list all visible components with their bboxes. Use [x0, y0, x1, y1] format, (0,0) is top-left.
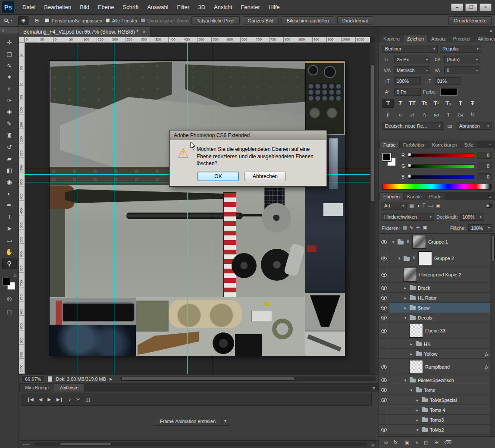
ok-button[interactable]: OK	[197, 172, 239, 181]
layer-row[interactable]: ▸ ∞ Dreck fx ▾	[379, 283, 495, 293]
channel-slider[interactable]	[408, 164, 474, 168]
expand-triangle-icon[interactable]: ▾	[403, 316, 407, 320]
tab-zeitleiste[interactable]: Zeitleiste	[54, 384, 84, 392]
layer-name[interactable]: Hintergrund Kopie 2	[419, 272, 461, 277]
eyedropper-tool[interactable]: ✑	[2, 95, 17, 106]
layer-style-button[interactable]: fx.	[394, 439, 399, 445]
horizontal-ruler[interactable]: 0500501001502002503003504004505005506006…	[25, 37, 370, 43]
channel-value-field[interactable]: 0	[477, 152, 492, 159]
filter-pixel-icon[interactable]: ▦	[409, 203, 414, 209]
cancel-button[interactable]: Abbrechen	[244, 172, 286, 181]
move-tool[interactable]: ✛	[2, 37, 17, 48]
tracking-select[interactable]: 0	[444, 66, 480, 74]
opentype-button[interactable]: aa	[431, 110, 442, 119]
opentype-button[interactable]: A	[419, 110, 430, 119]
layer-name[interactable]: Yellow	[424, 351, 437, 357]
dodge-tool[interactable]: ◐	[2, 188, 17, 199]
menu-fenster[interactable]: Fenster	[237, 4, 264, 10]
opentype-button[interactable]: T	[443, 110, 454, 119]
layer-name[interactable]: Gruppe 1	[428, 239, 448, 244]
visibility-toggle[interactable]	[379, 385, 389, 395]
visibility-toggle[interactable]	[379, 293, 389, 303]
opentype-button[interactable]: ½	[467, 110, 478, 119]
slider-thumb[interactable]	[407, 163, 411, 167]
tab-zeichen[interactable]: Zeichen	[404, 35, 427, 42]
delete-layer-button[interactable]: ⌫	[444, 439, 451, 445]
first-frame-button[interactable]: ❙◀	[26, 397, 33, 402]
brush-tool[interactable]: ✎	[2, 118, 17, 129]
horizontal-scale-field[interactable]: 81%	[435, 77, 461, 85]
gradient-tool[interactable]: ◧	[2, 165, 17, 176]
visibility-toggle[interactable]	[379, 395, 389, 405]
close-button[interactable]: ×	[479, 3, 492, 11]
menu-ansicht[interactable]: Ansicht	[210, 4, 237, 10]
hand-tool[interactable]: ✋	[2, 246, 17, 257]
menu-bild[interactable]: Bild	[75, 4, 94, 10]
panel-menu-icon[interactable]: ≡	[373, 385, 375, 392]
print-size-button[interactable]: Druckformat	[337, 16, 373, 25]
lock-position-icon[interactable]: ✛	[416, 225, 420, 231]
canvas-artwork[interactable]	[50, 61, 345, 356]
layer-thumbnail[interactable]	[409, 324, 423, 338]
layer-thumbnail[interactable]	[409, 360, 423, 374]
type-style-button[interactable]: T	[382, 99, 394, 108]
tab-korrekturen[interactable]: Korrekturen	[429, 141, 460, 148]
slider-thumb[interactable]	[407, 153, 411, 157]
layer-row[interactable]: ∞ Ebene 33 fx ▾	[379, 323, 495, 339]
visibility-toggle[interactable]	[379, 359, 389, 375]
expand-triangle-icon[interactable]: ▾	[415, 428, 420, 432]
tab-absatz[interactable]: Absatz	[428, 35, 449, 42]
crop-tool[interactable]: ⌗	[2, 83, 17, 94]
layer-row[interactable]: ▾ ∞ PilotenSpezifisch fx ▾	[379, 375, 495, 385]
layer-row[interactable]: ▸ ∞ ToMsSpezial fx ▾	[379, 395, 495, 405]
chevron-down-icon[interactable]: ▾	[222, 417, 229, 426]
previous-frame-button[interactable]: ◀	[39, 397, 42, 402]
layer-name[interactable]: Snow	[418, 305, 430, 310]
layer-name[interactable]: Gruppe 2	[434, 256, 454, 261]
visibility-toggle[interactable]	[379, 425, 389, 435]
lasso-tool[interactable]: ∿	[2, 60, 17, 71]
blur-tool[interactable]: ◉	[2, 176, 17, 188]
opentype-button[interactable]: fi	[382, 110, 394, 119]
tab-protokoll[interactable]: Protokol	[450, 35, 474, 42]
panel-menu-icon[interactable]: ≡	[489, 142, 492, 148]
expand-triangle-icon[interactable]: ▸	[403, 296, 407, 300]
canvas-horizontal-scrollbar[interactable]	[120, 376, 376, 381]
adjustment-layer-button[interactable]: ◑	[415, 439, 418, 445]
lock-all-icon[interactable]: ▣	[423, 225, 427, 231]
visibility-toggle[interactable]	[379, 313, 389, 323]
maximize-button[interactable]: ❐	[465, 3, 477, 11]
type-style-button[interactable]: TT	[407, 99, 418, 108]
foreground-color-swatch[interactable]	[3, 278, 10, 285]
tab-stile[interactable]: Stile	[461, 141, 476, 148]
layer-row[interactable]: ▸ ∞ HK fx ▾	[379, 339, 495, 349]
visibility-toggle[interactable]	[379, 234, 389, 250]
menu-3d[interactable]: 3D	[194, 4, 210, 10]
tab-ebenen[interactable]: Ebenen	[380, 193, 403, 200]
panel-menu-icon[interactable]: ≡	[372, 442, 374, 447]
leading-select[interactable]: (Auto)	[444, 56, 480, 63]
menu-ebene[interactable]: Ebene	[94, 4, 119, 10]
layer-name[interactable]: HK	[424, 341, 430, 347]
dialog-titlebar[interactable]: Adobe Photoshop CS6 Extended	[170, 131, 326, 140]
layers-scrollbar[interactable]	[490, 234, 495, 436]
layer-row[interactable]: ∞ Hintergrund Kopie 2 fx ▾	[379, 266, 495, 283]
filter-shape-icon[interactable]: ▭	[428, 203, 433, 209]
layer-row[interactable]: ▾ ∞ ToMs2 fx ▾	[379, 425, 495, 435]
filter-type-icon[interactable]: T	[423, 203, 426, 209]
layer-row[interactable]: ▸ ∞ HL Rotor fx ▾	[379, 293, 495, 303]
transition-button[interactable]: ◫	[85, 397, 89, 402]
layer-name[interactable]: HL Rotor	[418, 295, 437, 301]
expand-triangle-icon[interactable]: ▾	[397, 256, 401, 260]
menu-hilfe[interactable]: Hilfe	[264, 4, 284, 10]
expand-triangle-icon[interactable]: ▾	[403, 378, 407, 382]
visibility-toggle[interactable]	[379, 415, 389, 425]
visibility-toggle[interactable]	[379, 266, 389, 283]
visibility-toggle[interactable]	[379, 349, 389, 359]
fit-screen-button[interactable]: Ganzes Bild	[243, 16, 279, 25]
font-style-select[interactable]: Regular	[440, 45, 481, 53]
menu-schrift[interactable]: Schrift	[119, 4, 143, 10]
layer-row[interactable]: ▾ ∞ Gruppe 2 fx ▾	[379, 250, 495, 266]
expand-triangle-icon[interactable]: ▸	[415, 398, 420, 402]
zoom-level-field[interactable]: 66,67%	[22, 376, 44, 382]
